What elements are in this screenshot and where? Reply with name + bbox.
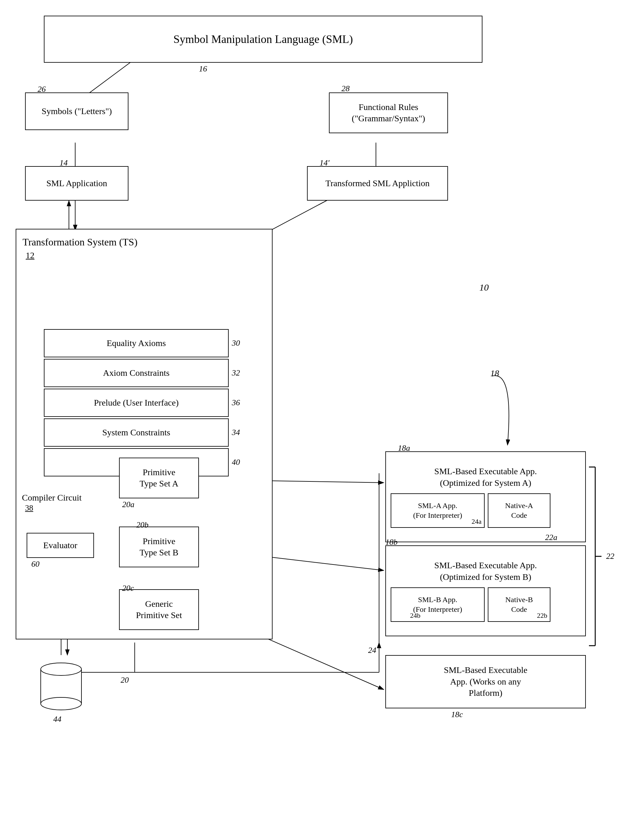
equality-axioms-box: Equality Axioms xyxy=(44,329,229,357)
evaluator-ref: 60 xyxy=(32,559,39,569)
primitive-b-ref: 20b xyxy=(136,520,148,530)
primitive-a-box: Primitive Type Set A xyxy=(119,458,199,498)
big-brace-ref: 22 xyxy=(606,552,614,561)
svg-point-24 xyxy=(41,697,82,710)
evaluator-label: Evaluator xyxy=(43,540,77,551)
sml-b-ref: 24b xyxy=(410,611,421,620)
functional-rules-label: Functional Rules ("Grammar/Syntax") xyxy=(352,101,425,125)
sml-exec-b-ref: 18b xyxy=(385,538,398,547)
sml-title: Symbol Manipulation Language (SML) xyxy=(173,32,353,47)
ref-24: 24 xyxy=(368,646,376,655)
sml-app-label: SML Application xyxy=(46,178,107,189)
svg-point-23 xyxy=(41,663,82,676)
ts-label: Transformation System (TS) xyxy=(22,236,137,249)
primitive-b-box: Primitive Type Set B xyxy=(119,527,199,567)
sml-exec-b-outer: SML-Based Executable App. (Optimized for… xyxy=(385,545,586,636)
native-a-box: Native-A Code xyxy=(488,493,550,528)
system-constraints-label: System Constraints xyxy=(102,427,170,438)
sml-app-box: SML Application xyxy=(25,166,128,201)
primitive-a-ref: 20a xyxy=(122,500,134,509)
transformed-sml-ref: 14' xyxy=(320,158,329,168)
evaluator-box: Evaluator xyxy=(27,533,94,558)
generic-primitive-ref: 20c xyxy=(122,584,134,593)
omps-ref: 40 xyxy=(232,458,240,467)
primitive-b-label: Primitive Type Set B xyxy=(139,536,178,559)
ts-ref: 12 xyxy=(26,250,35,261)
sml-exec-c-ref: 18c xyxy=(451,710,463,719)
symbols-label: Symbols ("Letters") xyxy=(42,106,112,117)
transformed-sml-label: Transformed SML Appliction xyxy=(326,178,430,189)
native-b-code-ref: 22b xyxy=(537,611,547,620)
axiom-constraints-label: Axiom Constraints xyxy=(103,367,170,379)
native-a-label: Native-A Code xyxy=(505,501,533,520)
sml-ref: 16 xyxy=(199,64,207,74)
axiom-ref: 32 xyxy=(232,368,240,378)
prelude-label: Prelude (User Interface) xyxy=(94,397,179,408)
functional-rules-box: Functional Rules ("Grammar/Syntax") xyxy=(329,92,448,133)
ref-44: 44 xyxy=(53,715,61,724)
prelude-ref: 36 xyxy=(232,398,240,407)
equality-axioms-label: Equality Axioms xyxy=(107,338,166,349)
sml-app-ref: 14 xyxy=(60,158,68,168)
native-b-label: Native-B Code xyxy=(505,595,533,614)
sml-exec-c-box: SML-Based Executable App. (Works on any … xyxy=(385,655,586,708)
generic-primitive-label: Generic Primitive Set xyxy=(136,598,182,621)
compiler-circuit-label: Compiler Circuit 38 xyxy=(22,492,85,513)
ref-18: 18 xyxy=(490,368,499,378)
transformed-sml-box: Transformed SML Appliction xyxy=(307,166,448,201)
ref-20: 20 xyxy=(121,676,129,685)
symbols-box: Symbols ("Letters") xyxy=(25,92,128,130)
sml-exec-a-outer: SML-Based Executable App. (Optimized for… xyxy=(385,452,586,542)
equality-ref: 30 xyxy=(232,338,240,348)
sml-a-app-label: SML-A App. (For Interpreter) xyxy=(413,501,462,520)
sml-exec-b-label: SML-Based Executable App. (Optimized for… xyxy=(391,560,581,583)
database-cylinder xyxy=(38,657,85,713)
sml-b-app-label: SML-B App. (For Interpreter) xyxy=(413,595,462,614)
generic-primitive-box: Generic Primitive Set xyxy=(119,589,199,630)
sml-exec-c-label: SML-Based Executable App. (Works on any … xyxy=(444,665,528,699)
sml-exec-a-label: SML-Based Executable App. (Optimized for… xyxy=(391,466,581,489)
axiom-constraints-box: Axiom Constraints xyxy=(44,359,229,387)
sml-a-app-box: SML-A App. (For Interpreter) 24a xyxy=(391,493,485,528)
sml-a-ref: 24a xyxy=(471,518,482,526)
primitive-a-label: Primitive Type Set A xyxy=(139,467,178,489)
functional-rules-ref: 28 xyxy=(342,84,350,93)
native-b-box: Native-B Code 22b xyxy=(488,587,550,622)
sml-exec-a-ref: 18a xyxy=(398,444,410,453)
system-constraints-box: System Constraints xyxy=(44,418,229,447)
prelude-box: Prelude (User Interface) xyxy=(44,388,229,417)
system-ref: 34 xyxy=(232,428,240,437)
native-a-ref: 22a xyxy=(545,533,557,542)
db-svg xyxy=(38,657,85,713)
diagram: Symbol Manipulation Language (SML) 16 Sy… xyxy=(0,0,630,840)
main-ref: 10 xyxy=(479,282,489,293)
sml-box: Symbol Manipulation Language (SML) xyxy=(44,16,482,63)
symbols-ref: 26 xyxy=(38,85,46,94)
sml-b-app-box: SML-B App. (For Interpreter) 24b xyxy=(391,587,485,622)
